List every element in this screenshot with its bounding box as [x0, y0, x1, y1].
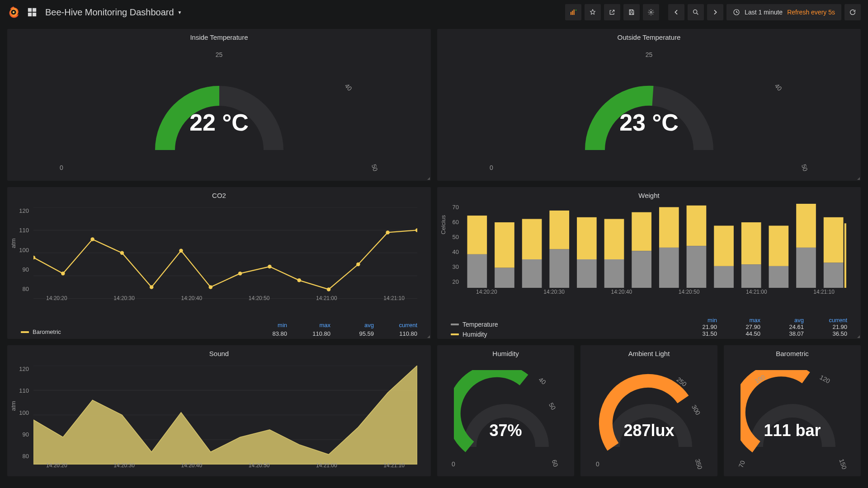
panel-weight[interactable]: Weight Celcius 706050403020 14:20:2014:2…: [437, 187, 861, 339]
gauge-value: 37%: [489, 421, 522, 440]
panel-title: Weight: [437, 187, 861, 201]
gauge-tick-25: 25: [216, 51, 223, 58]
share-button[interactable]: [604, 4, 620, 20]
panel-barometric[interactable]: Barometric 70 100 120 150 111 bar: [724, 345, 861, 476]
gauge-tick-50: 50: [370, 163, 379, 172]
panel-title: Ambient Light: [580, 345, 717, 359]
x-ticks: 14:20:2014:20:3014:20:4014:20:5014:21:00…: [33, 295, 417, 301]
svg-rect-47: [714, 225, 734, 266]
y-ticks: 706050403020: [442, 204, 462, 285]
svg-point-16: [61, 272, 65, 275]
gauge-value: 111 bar: [764, 421, 821, 440]
dashboard-title[interactable]: Bee-Hive Monitoring Dashboard ▼: [45, 7, 182, 18]
svg-point-21: [209, 285, 212, 289]
panel-title: Humidity: [437, 345, 574, 359]
resize-handle[interactable]: [427, 335, 430, 338]
svg-rect-38: [577, 259, 597, 288]
svg-rect-35: [549, 211, 569, 249]
panel-title: Inside Temperature: [7, 29, 431, 43]
gauge-tick-40: 40: [344, 82, 354, 92]
refresh-button[interactable]: [844, 4, 861, 20]
gauge-tick-25: 25: [646, 51, 653, 58]
y-ticks: 1201101009080: [12, 366, 33, 460]
gauge-value: 23 °C: [619, 109, 679, 136]
svg-point-26: [356, 263, 360, 266]
panel-co2[interactable]: CO2 atm 1201101009080 14:20:2014:20:3014…: [7, 187, 431, 339]
svg-rect-3: [33, 13, 36, 16]
panel-sound[interactable]: Sound atm 1201101009080 14:20:2014:20:30…: [7, 345, 431, 476]
svg-rect-40: [604, 259, 624, 288]
legend-entry[interactable]: Humidity: [451, 331, 498, 338]
resize-handle[interactable]: [857, 335, 860, 338]
svg-rect-41: [632, 212, 651, 251]
panel-ambient-light[interactable]: Ambient Light 0 250 300 350 287lux: [580, 345, 717, 476]
gauge-tick-0: 0: [60, 164, 63, 171]
svg-rect-0: [28, 8, 32, 12]
svg-rect-33: [522, 219, 542, 259]
gauge-tick-0: 0: [490, 164, 493, 171]
svg-point-22: [238, 272, 242, 275]
svg-rect-56: [824, 263, 844, 288]
svg-rect-54: [796, 248, 816, 288]
gauge-chart: [741, 370, 844, 465]
time-back-button[interactable]: [668, 4, 684, 20]
add-panel-button[interactable]: [565, 4, 581, 20]
svg-rect-1: [33, 8, 36, 12]
panel-inside-temperature[interactable]: Inside Temperature 0 25 40 50 22 °C: [7, 29, 431, 181]
panel-title: Sound: [7, 345, 431, 359]
legend-entry[interactable]: Temperature: [451, 321, 498, 328]
svg-rect-57: [844, 223, 846, 288]
panel-title: CO2: [7, 187, 431, 201]
bar-chart: [463, 204, 847, 288]
svg-point-28: [415, 228, 417, 232]
svg-rect-30: [467, 254, 487, 288]
gauge-tick-50: 50: [800, 163, 809, 172]
svg-rect-50: [741, 264, 761, 288]
gauge-value: 22 °C: [189, 109, 249, 136]
svg-rect-49: [741, 222, 761, 264]
legend-label: Barometric: [33, 328, 61, 335]
svg-rect-45: [687, 206, 707, 246]
settings-button[interactable]: [643, 4, 659, 20]
svg-rect-42: [632, 251, 651, 288]
resize-handle[interactable]: [427, 177, 430, 180]
line-chart: [33, 207, 417, 299]
legend: Temperature Humidity: [451, 321, 498, 338]
x-ticks: 14:20:2014:20:3014:20:4014:20:5014:21:00…: [33, 462, 417, 469]
svg-rect-39: [604, 219, 624, 259]
dashboard-body: Inside Temperature 0 25 40 50 22 °C Outs…: [0, 24, 868, 481]
save-button[interactable]: [623, 4, 640, 20]
legend-entry[interactable]: Barometric: [21, 328, 61, 335]
svg-point-20: [179, 249, 183, 253]
svg-rect-43: [659, 207, 679, 247]
star-button[interactable]: [585, 4, 601, 20]
time-forward-button[interactable]: [707, 4, 723, 20]
resize-handle[interactable]: [857, 177, 860, 180]
panel-humidity[interactable]: Humidity 0 40 50 60 37%: [437, 345, 574, 476]
time-picker[interactable]: Last 1 minute Refresh every 5s: [726, 4, 841, 20]
dashboard-home-icon[interactable]: [27, 7, 37, 17]
svg-point-17: [90, 237, 94, 241]
svg-rect-34: [522, 259, 542, 288]
svg-rect-51: [769, 225, 789, 266]
svg-rect-31: [495, 222, 514, 268]
gauge-tick-40: 40: [774, 82, 783, 92]
svg-rect-37: [577, 217, 597, 259]
svg-rect-6: [574, 9, 575, 15]
svg-point-18: [120, 251, 124, 255]
svg-rect-29: [467, 216, 487, 254]
panel-outside-temperature[interactable]: Outside Temperature 0 25 40 50 23 °C: [437, 29, 861, 181]
grafana-logo-icon[interactable]: [7, 6, 20, 19]
y-ticks: 1201101009080: [12, 207, 33, 292]
svg-rect-53: [796, 204, 816, 248]
svg-rect-32: [495, 268, 514, 288]
time-range-label: Last 1 minute: [745, 9, 783, 16]
clock-icon: [733, 9, 740, 16]
svg-rect-4: [571, 12, 571, 15]
area-chart: [33, 366, 417, 465]
panel-title: Barometric: [724, 345, 861, 359]
svg-rect-48: [714, 266, 734, 288]
navbar: Bee-Hive Monitoring Dashboard ▼ Last 1 m…: [0, 0, 868, 24]
svg-rect-55: [824, 217, 844, 263]
zoom-out-button[interactable]: [688, 4, 704, 20]
